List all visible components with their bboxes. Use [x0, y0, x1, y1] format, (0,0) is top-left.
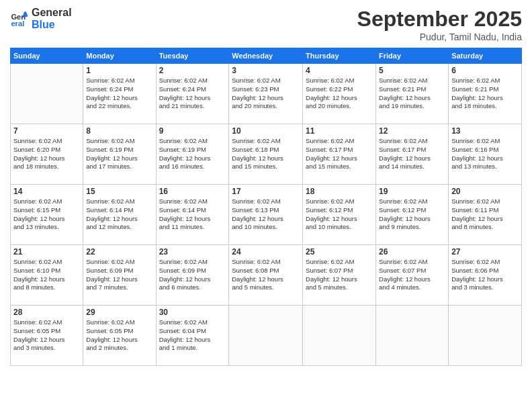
day-info: Sunrise: 6:02 AM Sunset: 6:18 PM Dayligh… — [232, 137, 300, 171]
day-info: Sunrise: 6:02 AM Sunset: 6:19 PM Dayligh… — [159, 137, 226, 171]
day-info: Sunrise: 6:02 AM Sunset: 6:21 PM Dayligh… — [379, 77, 445, 111]
day-number: 26 — [379, 247, 445, 257]
logo: Gen eral General Blue — [10, 7, 72, 30]
day-info: Sunrise: 6:02 AM Sunset: 6:04 PM Dayligh… — [159, 318, 226, 353]
day-number: 6 — [451, 66, 519, 75]
day-info: Sunrise: 6:02 AM Sunset: 6:11 PM Dayligh… — [451, 197, 519, 232]
day-info: Sunrise: 6:02 AM Sunset: 6:22 PM Dayligh… — [306, 77, 373, 111]
table-row: 17Sunrise: 6:02 AM Sunset: 6:13 PM Dayli… — [229, 185, 303, 245]
table-row — [376, 306, 449, 366]
table-row: 25Sunrise: 6:02 AM Sunset: 6:07 PM Dayli… — [303, 245, 376, 306]
col-sunday: Sunday — [11, 48, 83, 64]
day-info: Sunrise: 6:02 AM Sunset: 6:17 PM Dayligh… — [379, 137, 445, 171]
col-friday: Friday — [376, 48, 449, 64]
logo-text-line1: General — [32, 7, 72, 19]
day-info: Sunrise: 6:02 AM Sunset: 6:08 PM Dayligh… — [232, 258, 300, 292]
table-row — [229, 306, 303, 366]
col-saturday: Saturday — [449, 48, 522, 64]
day-number: 7 — [13, 126, 80, 136]
day-number: 15 — [86, 187, 152, 196]
table-row: 26Sunrise: 6:02 AM Sunset: 6:07 PM Dayli… — [376, 245, 449, 306]
day-number: 11 — [306, 126, 373, 136]
day-info: Sunrise: 6:02 AM Sunset: 6:16 PM Dayligh… — [451, 137, 519, 171]
day-number: 16 — [159, 187, 226, 196]
table-row: 9Sunrise: 6:02 AM Sunset: 6:19 PM Daylig… — [156, 124, 229, 185]
day-number: 8 — [86, 126, 152, 136]
table-row — [449, 306, 522, 366]
table-row: 3Sunrise: 6:02 AM Sunset: 6:23 PM Daylig… — [229, 64, 303, 124]
day-number: 22 — [86, 247, 152, 257]
day-number: 5 — [379, 66, 445, 75]
table-row: 1Sunrise: 6:02 AM Sunset: 6:24 PM Daylig… — [83, 64, 156, 124]
table-row: 6Sunrise: 6:02 AM Sunset: 6:21 PM Daylig… — [449, 64, 522, 124]
table-row: 10Sunrise: 6:02 AM Sunset: 6:18 PM Dayli… — [229, 124, 303, 185]
day-info: Sunrise: 6:02 AM Sunset: 6:12 PM Dayligh… — [306, 197, 373, 232]
logo-text-line2: Blue — [32, 19, 72, 31]
table-row: 2Sunrise: 6:02 AM Sunset: 6:24 PM Daylig… — [156, 64, 229, 124]
day-info: Sunrise: 6:02 AM Sunset: 6:24 PM Dayligh… — [86, 77, 152, 111]
day-number: 27 — [451, 247, 519, 257]
table-row: 30Sunrise: 6:02 AM Sunset: 6:04 PM Dayli… — [156, 306, 229, 366]
table-row: 27Sunrise: 6:02 AM Sunset: 6:06 PM Dayli… — [449, 245, 522, 306]
day-info: Sunrise: 6:02 AM Sunset: 6:17 PM Dayligh… — [306, 137, 373, 171]
day-info: Sunrise: 6:02 AM Sunset: 6:21 PM Dayligh… — [451, 77, 519, 111]
calendar-table: Sunday Monday Tuesday Wednesday Thursday… — [10, 48, 522, 366]
month-title: September 2025 — [357, 7, 522, 32]
day-number: 4 — [306, 66, 373, 75]
day-number: 12 — [379, 126, 445, 136]
day-number: 10 — [232, 126, 300, 136]
day-number: 1 — [86, 66, 152, 75]
day-info: Sunrise: 6:02 AM Sunset: 6:14 PM Dayligh… — [159, 197, 226, 232]
day-info: Sunrise: 6:02 AM Sunset: 6:06 PM Dayligh… — [451, 258, 519, 292]
table-row: 15Sunrise: 6:02 AM Sunset: 6:14 PM Dayli… — [83, 185, 156, 245]
title-block: September 2025 Pudur, Tamil Nadu, India — [357, 7, 522, 42]
day-number: 18 — [306, 187, 373, 196]
day-info: Sunrise: 6:02 AM Sunset: 6:12 PM Dayligh… — [379, 197, 445, 232]
day-info: Sunrise: 6:02 AM Sunset: 6:13 PM Dayligh… — [232, 197, 300, 232]
svg-text:eral: eral — [11, 19, 24, 28]
day-info: Sunrise: 6:02 AM Sunset: 6:15 PM Dayligh… — [13, 197, 80, 232]
table-row — [303, 306, 376, 366]
day-number: 30 — [159, 308, 226, 317]
day-number: 14 — [13, 187, 80, 196]
table-row: 24Sunrise: 6:02 AM Sunset: 6:08 PM Dayli… — [229, 245, 303, 306]
day-info: Sunrise: 6:02 AM Sunset: 6:19 PM Dayligh… — [86, 137, 152, 171]
table-row: 13Sunrise: 6:02 AM Sunset: 6:16 PM Dayli… — [449, 124, 522, 185]
calendar-page: Gen eral General Blue September 2025 Pud… — [0, 0, 532, 411]
day-info: Sunrise: 6:02 AM Sunset: 6:10 PM Dayligh… — [13, 258, 80, 292]
day-info: Sunrise: 6:02 AM Sunset: 6:07 PM Dayligh… — [379, 258, 445, 292]
table-row: 19Sunrise: 6:02 AM Sunset: 6:12 PM Dayli… — [376, 185, 449, 245]
table-row: 22Sunrise: 6:02 AM Sunset: 6:09 PM Dayli… — [83, 245, 156, 306]
table-row: 29Sunrise: 6:02 AM Sunset: 6:05 PM Dayli… — [83, 306, 156, 366]
table-row: 28Sunrise: 6:02 AM Sunset: 6:05 PM Dayli… — [11, 306, 83, 366]
table-row: 8Sunrise: 6:02 AM Sunset: 6:19 PM Daylig… — [83, 124, 156, 185]
col-wednesday: Wednesday — [229, 48, 303, 64]
day-number: 28 — [13, 308, 80, 317]
day-number: 13 — [451, 126, 519, 136]
page-header: Gen eral General Blue September 2025 Pud… — [10, 7, 522, 42]
day-number: 19 — [379, 187, 445, 196]
day-number: 21 — [13, 247, 80, 257]
table-row: 21Sunrise: 6:02 AM Sunset: 6:10 PM Dayli… — [11, 245, 83, 306]
day-info: Sunrise: 6:02 AM Sunset: 6:09 PM Dayligh… — [159, 258, 226, 292]
day-info: Sunrise: 6:02 AM Sunset: 6:14 PM Dayligh… — [86, 197, 152, 232]
day-number: 20 — [451, 187, 519, 196]
table-row: 14Sunrise: 6:02 AM Sunset: 6:15 PM Dayli… — [11, 185, 83, 245]
table-row: 5Sunrise: 6:02 AM Sunset: 6:21 PM Daylig… — [376, 64, 449, 124]
day-number: 3 — [232, 66, 300, 75]
calendar-header-row: Sunday Monday Tuesday Wednesday Thursday… — [11, 48, 522, 64]
day-info: Sunrise: 6:02 AM Sunset: 6:23 PM Dayligh… — [232, 77, 300, 111]
logo-icon: Gen eral — [10, 9, 29, 28]
table-row: 11Sunrise: 6:02 AM Sunset: 6:17 PM Dayli… — [303, 124, 376, 185]
day-info: Sunrise: 6:02 AM Sunset: 6:24 PM Dayligh… — [159, 77, 226, 111]
table-row: 20Sunrise: 6:02 AM Sunset: 6:11 PM Dayli… — [449, 185, 522, 245]
day-number: 25 — [306, 247, 373, 257]
table-row: 12Sunrise: 6:02 AM Sunset: 6:17 PM Dayli… — [376, 124, 449, 185]
location-title: Pudur, Tamil Nadu, India — [357, 32, 522, 42]
col-thursday: Thursday — [303, 48, 376, 64]
day-number: 24 — [232, 247, 300, 257]
day-info: Sunrise: 6:02 AM Sunset: 6:09 PM Dayligh… — [86, 258, 152, 292]
table-row: 18Sunrise: 6:02 AM Sunset: 6:12 PM Dayli… — [303, 185, 376, 245]
col-monday: Monday — [83, 48, 156, 64]
table-row — [11, 64, 83, 124]
